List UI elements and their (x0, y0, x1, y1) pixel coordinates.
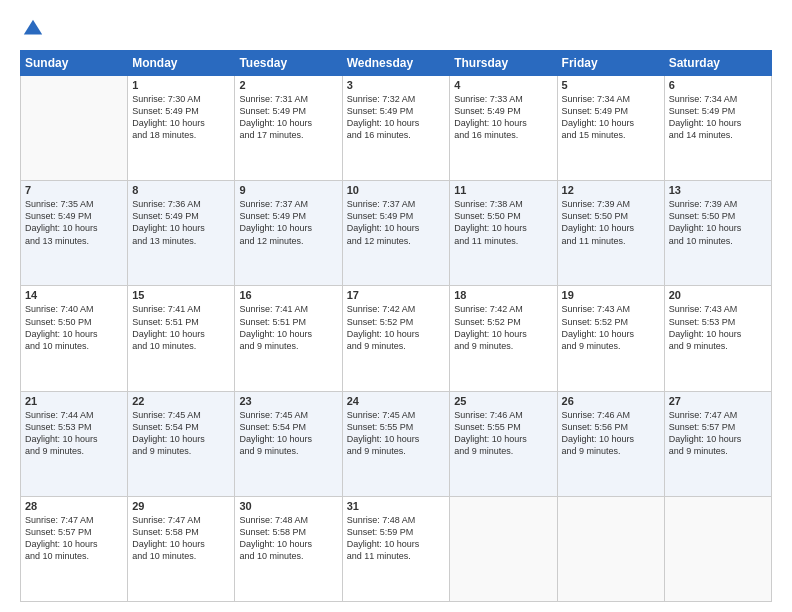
calendar-cell: 10Sunrise: 7:37 AM Sunset: 5:49 PM Dayli… (342, 181, 450, 286)
day-header-tuesday: Tuesday (235, 51, 342, 76)
day-number: 11 (454, 184, 552, 196)
page: SundayMondayTuesdayWednesdayThursdayFrid… (0, 0, 792, 612)
calendar-cell: 29Sunrise: 7:47 AM Sunset: 5:58 PM Dayli… (128, 496, 235, 601)
day-info: Sunrise: 7:38 AM Sunset: 5:50 PM Dayligh… (454, 198, 552, 247)
calendar-cell: 8Sunrise: 7:36 AM Sunset: 5:49 PM Daylig… (128, 181, 235, 286)
day-info: Sunrise: 7:43 AM Sunset: 5:52 PM Dayligh… (562, 303, 660, 352)
calendar-cell: 31Sunrise: 7:48 AM Sunset: 5:59 PM Dayli… (342, 496, 450, 601)
calendar-cell: 23Sunrise: 7:45 AM Sunset: 5:54 PM Dayli… (235, 391, 342, 496)
calendar-cell: 3Sunrise: 7:32 AM Sunset: 5:49 PM Daylig… (342, 76, 450, 181)
header (20, 18, 772, 40)
day-info: Sunrise: 7:34 AM Sunset: 5:49 PM Dayligh… (562, 93, 660, 142)
day-number: 26 (562, 395, 660, 407)
day-number: 24 (347, 395, 446, 407)
calendar-cell: 14Sunrise: 7:40 AM Sunset: 5:50 PM Dayli… (21, 286, 128, 391)
day-header-thursday: Thursday (450, 51, 557, 76)
calendar-table: SundayMondayTuesdayWednesdayThursdayFrid… (20, 50, 772, 602)
day-number: 5 (562, 79, 660, 91)
day-info: Sunrise: 7:45 AM Sunset: 5:55 PM Dayligh… (347, 409, 446, 458)
calendar-cell (557, 496, 664, 601)
day-info: Sunrise: 7:46 AM Sunset: 5:55 PM Dayligh… (454, 409, 552, 458)
calendar-cell (664, 496, 771, 601)
day-info: Sunrise: 7:34 AM Sunset: 5:49 PM Dayligh… (669, 93, 767, 142)
day-number: 30 (239, 500, 337, 512)
day-info: Sunrise: 7:36 AM Sunset: 5:49 PM Dayligh… (132, 198, 230, 247)
calendar-cell: 19Sunrise: 7:43 AM Sunset: 5:52 PM Dayli… (557, 286, 664, 391)
day-info: Sunrise: 7:44 AM Sunset: 5:53 PM Dayligh… (25, 409, 123, 458)
day-header-friday: Friday (557, 51, 664, 76)
day-number: 31 (347, 500, 446, 512)
logo-text (20, 18, 44, 40)
day-info: Sunrise: 7:45 AM Sunset: 5:54 PM Dayligh… (132, 409, 230, 458)
day-info: Sunrise: 7:37 AM Sunset: 5:49 PM Dayligh… (239, 198, 337, 247)
day-info: Sunrise: 7:42 AM Sunset: 5:52 PM Dayligh… (454, 303, 552, 352)
day-header-saturday: Saturday (664, 51, 771, 76)
day-header-monday: Monday (128, 51, 235, 76)
calendar-cell: 11Sunrise: 7:38 AM Sunset: 5:50 PM Dayli… (450, 181, 557, 286)
day-number: 20 (669, 289, 767, 301)
calendar-cell: 25Sunrise: 7:46 AM Sunset: 5:55 PM Dayli… (450, 391, 557, 496)
calendar-cell: 22Sunrise: 7:45 AM Sunset: 5:54 PM Dayli… (128, 391, 235, 496)
calendar-cell: 24Sunrise: 7:45 AM Sunset: 5:55 PM Dayli… (342, 391, 450, 496)
calendar-cell: 12Sunrise: 7:39 AM Sunset: 5:50 PM Dayli… (557, 181, 664, 286)
day-number: 13 (669, 184, 767, 196)
calendar-cell: 6Sunrise: 7:34 AM Sunset: 5:49 PM Daylig… (664, 76, 771, 181)
day-info: Sunrise: 7:45 AM Sunset: 5:54 PM Dayligh… (239, 409, 337, 458)
day-info: Sunrise: 7:48 AM Sunset: 5:58 PM Dayligh… (239, 514, 337, 563)
calendar-cell: 4Sunrise: 7:33 AM Sunset: 5:49 PM Daylig… (450, 76, 557, 181)
calendar-cell (21, 76, 128, 181)
calendar-cell: 30Sunrise: 7:48 AM Sunset: 5:58 PM Dayli… (235, 496, 342, 601)
day-number: 14 (25, 289, 123, 301)
calendar-cell: 26Sunrise: 7:46 AM Sunset: 5:56 PM Dayli… (557, 391, 664, 496)
calendar-cell: 1Sunrise: 7:30 AM Sunset: 5:49 PM Daylig… (128, 76, 235, 181)
day-number: 9 (239, 184, 337, 196)
calendar-cell (450, 496, 557, 601)
day-info: Sunrise: 7:43 AM Sunset: 5:53 PM Dayligh… (669, 303, 767, 352)
day-info: Sunrise: 7:39 AM Sunset: 5:50 PM Dayligh… (669, 198, 767, 247)
day-info: Sunrise: 7:41 AM Sunset: 5:51 PM Dayligh… (239, 303, 337, 352)
day-number: 21 (25, 395, 123, 407)
day-info: Sunrise: 7:46 AM Sunset: 5:56 PM Dayligh… (562, 409, 660, 458)
day-info: Sunrise: 7:48 AM Sunset: 5:59 PM Dayligh… (347, 514, 446, 563)
day-number: 8 (132, 184, 230, 196)
calendar-cell: 2Sunrise: 7:31 AM Sunset: 5:49 PM Daylig… (235, 76, 342, 181)
calendar-cell: 7Sunrise: 7:35 AM Sunset: 5:49 PM Daylig… (21, 181, 128, 286)
calendar-cell: 28Sunrise: 7:47 AM Sunset: 5:57 PM Dayli… (21, 496, 128, 601)
day-number: 3 (347, 79, 446, 91)
logo-icon (22, 18, 44, 40)
calendar-cell: 13Sunrise: 7:39 AM Sunset: 5:50 PM Dayli… (664, 181, 771, 286)
day-info: Sunrise: 7:37 AM Sunset: 5:49 PM Dayligh… (347, 198, 446, 247)
day-info: Sunrise: 7:30 AM Sunset: 5:49 PM Dayligh… (132, 93, 230, 142)
day-header-sunday: Sunday (21, 51, 128, 76)
day-info: Sunrise: 7:39 AM Sunset: 5:50 PM Dayligh… (562, 198, 660, 247)
day-number: 18 (454, 289, 552, 301)
day-info: Sunrise: 7:42 AM Sunset: 5:52 PM Dayligh… (347, 303, 446, 352)
calendar-cell: 18Sunrise: 7:42 AM Sunset: 5:52 PM Dayli… (450, 286, 557, 391)
day-number: 1 (132, 79, 230, 91)
day-number: 27 (669, 395, 767, 407)
day-number: 28 (25, 500, 123, 512)
day-info: Sunrise: 7:33 AM Sunset: 5:49 PM Dayligh… (454, 93, 552, 142)
day-info: Sunrise: 7:32 AM Sunset: 5:49 PM Dayligh… (347, 93, 446, 142)
calendar-cell: 17Sunrise: 7:42 AM Sunset: 5:52 PM Dayli… (342, 286, 450, 391)
day-info: Sunrise: 7:47 AM Sunset: 5:57 PM Dayligh… (25, 514, 123, 563)
day-number: 19 (562, 289, 660, 301)
calendar-cell: 9Sunrise: 7:37 AM Sunset: 5:49 PM Daylig… (235, 181, 342, 286)
day-number: 10 (347, 184, 446, 196)
calendar-cell: 16Sunrise: 7:41 AM Sunset: 5:51 PM Dayli… (235, 286, 342, 391)
day-number: 7 (25, 184, 123, 196)
logo (20, 18, 44, 40)
day-info: Sunrise: 7:41 AM Sunset: 5:51 PM Dayligh… (132, 303, 230, 352)
calendar-cell: 5Sunrise: 7:34 AM Sunset: 5:49 PM Daylig… (557, 76, 664, 181)
day-number: 12 (562, 184, 660, 196)
day-number: 2 (239, 79, 337, 91)
day-header-wednesday: Wednesday (342, 51, 450, 76)
day-info: Sunrise: 7:40 AM Sunset: 5:50 PM Dayligh… (25, 303, 123, 352)
day-number: 16 (239, 289, 337, 301)
day-info: Sunrise: 7:47 AM Sunset: 5:57 PM Dayligh… (669, 409, 767, 458)
day-number: 29 (132, 500, 230, 512)
calendar-cell: 20Sunrise: 7:43 AM Sunset: 5:53 PM Dayli… (664, 286, 771, 391)
day-number: 4 (454, 79, 552, 91)
day-number: 25 (454, 395, 552, 407)
day-info: Sunrise: 7:47 AM Sunset: 5:58 PM Dayligh… (132, 514, 230, 563)
